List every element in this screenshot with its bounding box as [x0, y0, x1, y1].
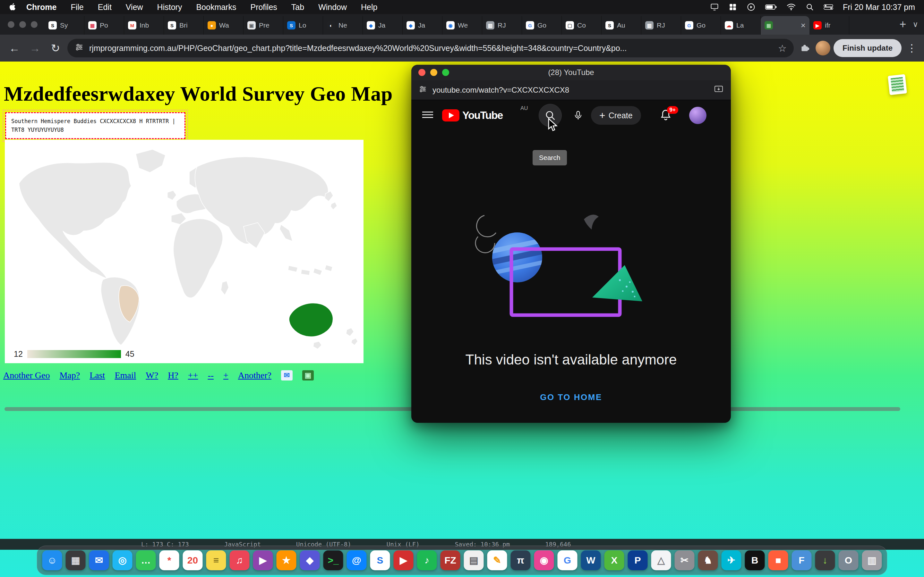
save-page-icon[interactable]: [714, 84, 724, 96]
browser-tab[interactable]: SAu: [602, 16, 641, 35]
close-window-button[interactable]: [8, 21, 15, 28]
browser-tab[interactable]: ▣Pre: [244, 16, 283, 35]
tab-search-chevron-icon[interactable]: ∨: [913, 20, 918, 29]
dock-icon-3[interactable]: ◎: [113, 550, 132, 570]
youtube-url-text[interactable]: youtube.com/watch?v=CXCXCXCXCX8: [433, 85, 708, 95]
site-settings-icon[interactable]: [74, 42, 84, 54]
youtube-avatar[interactable]: [689, 107, 706, 124]
zoom-window-button[interactable]: [442, 69, 449, 76]
forward-button[interactable]: →: [26, 39, 44, 57]
spotlight-search-icon[interactable]: [806, 3, 814, 11]
dock-icon-11[interactable]: ◆: [300, 550, 320, 570]
dock-icon-34[interactable]: O: [838, 550, 859, 570]
browser-tab[interactable]: ▢Co: [562, 16, 602, 35]
dock-icon-27[interactable]: ✂: [675, 550, 695, 570]
menu-item-profiles[interactable]: Profiles: [243, 3, 284, 12]
dock-icon-28[interactable]: ♞: [698, 550, 718, 570]
bookmark-star-icon[interactable]: ☆: [778, 43, 787, 54]
browser-tab[interactable]: ☁La: [721, 16, 761, 35]
dock-icon-24[interactable]: X: [604, 550, 624, 570]
dock-icon-4[interactable]: …: [136, 550, 156, 570]
menu-bar-clock[interactable]: Fri 20 Mar 10:37 pm: [843, 3, 915, 12]
screen-icon[interactable]: ▣: [302, 370, 314, 380]
dock-icon-17[interactable]: FZ: [441, 550, 460, 570]
region-tasmania[interactable]: [313, 342, 321, 349]
menu-item-window[interactable]: Window: [311, 3, 354, 12]
dock-icon-22[interactable]: G: [557, 550, 577, 570]
create-button[interactable]: + Create: [591, 106, 641, 125]
country-madagascar[interactable]: [221, 281, 229, 295]
browser-tab[interactable]: GGo: [522, 16, 562, 35]
close-window-button[interactable]: [418, 69, 425, 76]
country-uk[interactable]: [168, 190, 176, 200]
browser-tab[interactable]: ▦Po: [84, 16, 124, 35]
menu-item-help[interactable]: Help: [354, 3, 384, 12]
dock-icon-8[interactable]: ♫: [230, 550, 250, 570]
dock-icon-12[interactable]: >_: [323, 550, 343, 570]
tab-close-icon[interactable]: ×: [801, 21, 806, 31]
browser-tab[interactable]: MInb: [124, 16, 164, 35]
continent-north-america[interactable]: [19, 163, 131, 279]
region-indonesia-2[interactable]: [301, 269, 310, 276]
minimize-window-button[interactable]: [430, 69, 437, 76]
notifications-bell-icon[interactable]: 9+: [659, 108, 674, 123]
menu-item-history[interactable]: History: [150, 3, 189, 12]
region-indonesia-3[interactable]: [313, 268, 322, 276]
youtube-logo[interactable]: YouTube: [442, 109, 503, 121]
browser-tab[interactable]: SLo: [283, 16, 323, 35]
dock-icon-7[interactable]: ≡: [206, 550, 226, 570]
play-icon[interactable]: [746, 3, 756, 11]
zoom-window-button[interactable]: [31, 21, 37, 28]
browser-tab[interactable]: ▶ifr: [809, 16, 849, 35]
dock-icon-19[interactable]: ✎: [487, 550, 507, 570]
browser-tab[interactable]: ●Wa: [204, 16, 244, 35]
dock-icon-9[interactable]: ▶: [253, 550, 273, 570]
dock-icon-2[interactable]: ✉: [89, 550, 109, 570]
extensions-icon[interactable]: [797, 43, 813, 53]
go-to-home-button[interactable]: GO TO HOME: [530, 388, 612, 407]
browser-tab[interactable]: GGo: [681, 16, 721, 35]
page-link-1[interactable]: Map?: [59, 370, 80, 380]
browser-tab[interactable]: SSy: [45, 16, 84, 35]
dock-icon-15[interactable]: ▶: [394, 550, 414, 570]
finish-update-button[interactable]: Finish update: [834, 39, 901, 57]
page-link-4[interactable]: W?: [145, 370, 158, 380]
menu-item-view[interactable]: View: [119, 3, 150, 12]
wifi-icon[interactable]: [787, 3, 796, 11]
menu-item-file[interactable]: File: [63, 3, 90, 12]
page-corner-note-icon[interactable]: [888, 74, 907, 95]
youtube-address-bar[interactable]: youtube.com/watch?v=CXCXCXCXCX8: [411, 80, 731, 100]
dock-icon-31[interactable]: ■: [768, 550, 788, 570]
dock-icon-25[interactable]: P: [628, 550, 648, 570]
browser-tab[interactable]: ◆Ja: [403, 16, 443, 35]
dock-icon-16[interactable]: ♪: [417, 550, 437, 570]
continent-africa[interactable]: [173, 219, 223, 298]
dock-icon-18[interactable]: ▤: [464, 550, 484, 570]
region-indonesia-1[interactable]: [288, 266, 298, 272]
dock-icon-1[interactable]: ▦: [66, 550, 86, 570]
dock-icon-6[interactable]: 20: [183, 550, 203, 570]
site-settings-icon[interactable]: [418, 85, 427, 95]
dock-icon-13[interactable]: @: [347, 550, 367, 570]
country-greenland[interactable]: [136, 149, 165, 172]
country-japan-south[interactable]: [330, 202, 337, 210]
reload-button[interactable]: ↻: [47, 39, 64, 57]
dock-icon-29[interactable]: ✈: [722, 550, 741, 570]
page-link-0[interactable]: Another Geo: [3, 370, 50, 380]
battery-icon[interactable]: [765, 4, 777, 10]
address-bar[interactable]: rjmprogramming.com.au/PHP/GeoChart/geo_c…: [67, 39, 794, 57]
region-indonesia-4[interactable]: [325, 265, 333, 271]
dock-icon-0[interactable]: ☺: [42, 550, 62, 570]
dock-icon-10[interactable]: ★: [276, 550, 296, 570]
dock-icon-33[interactable]: ↓: [815, 550, 835, 570]
browser-tab-active[interactable]: ▦×: [761, 16, 809, 35]
browser-menu-icon[interactable]: ⋮: [907, 42, 917, 54]
dock-icon-20[interactable]: π: [511, 550, 531, 570]
region-se-asia[interactable]: [280, 224, 292, 241]
youtube-titlebar[interactable]: (28) YouTube: [411, 65, 731, 80]
minimize-window-button[interactable]: [19, 21, 26, 28]
browser-tab[interactable]: ◉We: [443, 16, 482, 35]
country-new-zealand-north[interactable]: [346, 328, 354, 336]
menu-item-bookmarks[interactable]: Bookmarks: [189, 3, 243, 12]
browser-tab[interactable]: ▥RJ: [482, 16, 522, 35]
